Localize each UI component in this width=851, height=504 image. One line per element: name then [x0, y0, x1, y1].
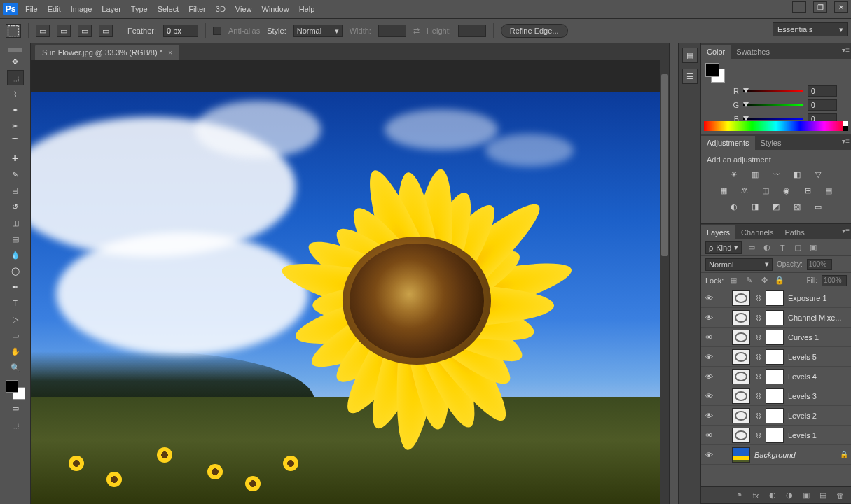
fill-input[interactable]: [822, 275, 847, 286]
brightness-icon[interactable]: ☀: [727, 168, 741, 181]
path-select-tool[interactable]: ▷: [7, 312, 24, 327]
layer-row[interactable]: 👁⛓Levels 3: [701, 386, 851, 406]
feather-input[interactable]: [163, 24, 198, 37]
minimize-button[interactable]: —: [792, 1, 806, 13]
r-slider[interactable]: [743, 88, 803, 94]
adjustment-thumb[interactable]: [732, 349, 750, 365]
visibility-icon[interactable]: 👁: [704, 352, 714, 362]
new-layer-icon[interactable]: ▤: [817, 490, 829, 501]
new-adjustment-icon[interactable]: ◑: [784, 490, 795, 501]
tab-channels[interactable]: Channels: [735, 225, 779, 239]
mask-thumb[interactable]: [766, 349, 784, 365]
hsl-icon[interactable]: ▦: [717, 184, 731, 197]
menu-edit[interactable]: Edit: [48, 5, 61, 13]
adjustment-thumb[interactable]: [732, 369, 750, 384]
visibility-icon[interactable]: 👁: [704, 391, 714, 401]
layer-row[interactable]: 👁⛓Channel Mixe...: [701, 308, 851, 328]
layer-row[interactable]: 👁⛓Levels 2: [701, 406, 851, 426]
refine-edge-button[interactable]: Refine Edge...: [501, 24, 568, 38]
layer-thumb[interactable]: [732, 447, 750, 463]
document-tab[interactable]: Sun Flower.jpg @ 33.3% (RGB/8) * ×: [35, 45, 179, 60]
maximize-button[interactable]: ❐: [813, 1, 827, 13]
visibility-icon[interactable]: 👁: [704, 430, 714, 440]
brush-tool[interactable]: ✎: [7, 167, 24, 182]
posterize-icon[interactable]: ◨: [748, 200, 762, 213]
menu-select[interactable]: Select: [158, 5, 179, 13]
lock-paint-icon[interactable]: ✎: [743, 275, 754, 286]
exposure-icon[interactable]: ◧: [790, 168, 804, 181]
adjustment-thumb[interactable]: [732, 428, 750, 443]
antialias-checkbox[interactable]: [213, 27, 221, 35]
blend-mode-select[interactable]: Normal▾: [705, 258, 773, 271]
panel-menu-icon[interactable]: ▾≡: [842, 227, 850, 234]
adjustment-thumb[interactable]: [732, 330, 750, 345]
foreground-background-colors[interactable]: [6, 380, 25, 400]
toolbox-grip[interactable]: [1, 46, 29, 52]
lasso-tool[interactable]: ⌇: [7, 86, 24, 102]
visibility-icon[interactable]: 👁: [704, 293, 714, 303]
history-tool[interactable]: ↺: [7, 199, 24, 214]
hand-tool[interactable]: ✋: [7, 344, 24, 359]
mask-thumb[interactable]: [766, 310, 784, 326]
tab-close-icon[interactable]: ×: [168, 48, 172, 57]
add-selection-button[interactable]: ▭: [57, 24, 71, 37]
tab-swatches[interactable]: Swatches: [731, 45, 775, 59]
menu-filter[interactable]: Filter: [188, 5, 205, 13]
adjustment-thumb[interactable]: [732, 408, 750, 424]
levels-icon[interactable]: ▥: [748, 168, 762, 181]
gradient-tool[interactable]: ▤: [7, 231, 24, 246]
menu-view[interactable]: View: [235, 5, 252, 13]
layer-row[interactable]: 👁⛓Curves 1: [701, 328, 851, 347]
visibility-icon[interactable]: 👁: [704, 450, 714, 460]
new-selection-button[interactable]: ▭: [36, 24, 50, 37]
menu-layer[interactable]: Layer: [102, 5, 121, 13]
color-spectrum[interactable]: [704, 121, 848, 131]
tab-adjustments[interactable]: Adjustments: [701, 136, 755, 150]
panel-menu-icon[interactable]: ▾≡: [842, 46, 850, 54]
current-tool-icon[interactable]: [6, 24, 21, 38]
colorbalance-icon[interactable]: ⚖: [738, 184, 752, 197]
filter-type-icon[interactable]: T: [777, 242, 788, 253]
layer-style-icon[interactable]: fx: [750, 490, 761, 501]
link-layers-icon[interactable]: ⚭: [733, 490, 745, 501]
layer-row[interactable]: 👁⛓Levels 4: [701, 367, 851, 386]
mask-thumb[interactable]: [766, 428, 784, 443]
move-tool[interactable]: ✥: [7, 54, 24, 69]
mask-thumb[interactable]: [766, 290, 784, 306]
stamp-tool[interactable]: ⌸: [7, 183, 24, 198]
panel-dock-collapsed[interactable]: [669, 43, 679, 504]
filter-smart-icon[interactable]: ▣: [808, 242, 819, 253]
menu-window[interactable]: Window: [262, 5, 289, 13]
color-swatches[interactable]: [705, 63, 725, 83]
mask-thumb[interactable]: [766, 388, 784, 404]
workspace-switcher[interactable]: Essentials▾: [773, 22, 848, 36]
invert-icon[interactable]: ◐: [727, 200, 741, 213]
visibility-icon[interactable]: 👁: [704, 332, 714, 342]
opacity-input[interactable]: [807, 259, 832, 270]
selectivecolor-icon[interactable]: ▧: [790, 200, 804, 213]
zoom-tool[interactable]: 🔍: [7, 360, 24, 375]
adjustment-thumb[interactable]: [732, 388, 750, 404]
screenmode-icon[interactable]: ⬚: [7, 417, 24, 433]
blur-tool[interactable]: 💧: [7, 247, 24, 262]
history-panel-icon[interactable]: ▤: [682, 48, 698, 63]
tab-paths[interactable]: Paths: [780, 225, 810, 239]
lock-position-icon[interactable]: ✥: [759, 275, 770, 286]
filter-adj-icon[interactable]: ◐: [761, 242, 773, 253]
filter-image-icon[interactable]: ▭: [746, 242, 757, 253]
panel-menu-icon[interactable]: ▾≡: [842, 137, 850, 145]
colorlookup-icon[interactable]: ▤: [822, 184, 836, 197]
lock-pixels-icon[interactable]: ▦: [728, 275, 739, 286]
pen-tool[interactable]: ✒: [7, 279, 24, 295]
adjustment-thumb[interactable]: [732, 290, 750, 306]
layer-filter-select[interactable]: ρKind▾: [705, 241, 742, 254]
menu-image[interactable]: Image: [71, 5, 92, 13]
vibrance-icon[interactable]: ▽: [811, 168, 825, 181]
marquee-tool[interactable]: ⬚: [7, 70, 24, 85]
r-value-input[interactable]: [808, 85, 837, 97]
mask-thumb[interactable]: [766, 330, 784, 345]
menu-file[interactable]: File: [25, 5, 38, 13]
close-button[interactable]: ✕: [834, 1, 848, 13]
visibility-icon[interactable]: 👁: [704, 313, 714, 323]
threshold-icon[interactable]: ◩: [769, 200, 783, 213]
